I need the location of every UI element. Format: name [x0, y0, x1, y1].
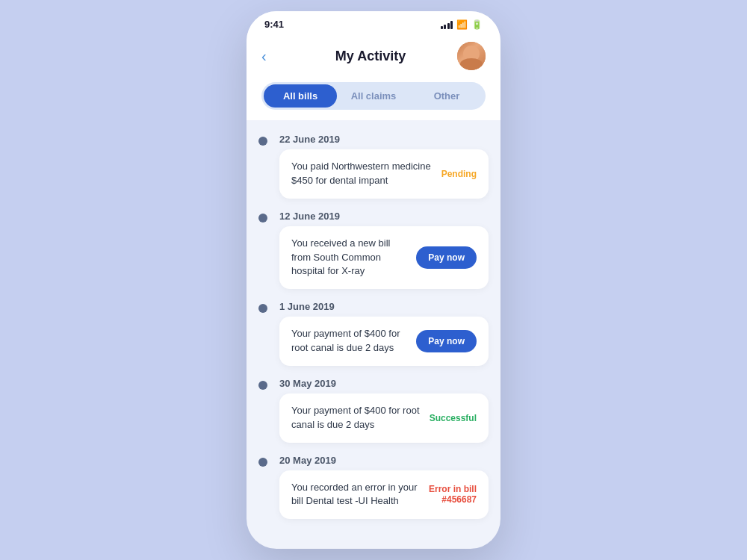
timeline-dot-3: [258, 304, 267, 313]
tabs-container: All bills All claims Other: [247, 82, 500, 120]
tab-bar: All bills All claims Other: [261, 82, 486, 110]
timeline-item-4: 30 May 2019 Your payment of $400 for roo…: [247, 372, 500, 443]
card-text-3: Your payment of $400 for root canal is d…: [291, 327, 416, 355]
timeline-item-5: 20 May 2019 You recorded an error in you…: [247, 449, 500, 520]
timeline-item-3: 1 June 2019 Your payment of $400 for roo…: [247, 295, 500, 366]
timeline-dot-2: [258, 214, 267, 223]
tab-all-bills[interactable]: All bills: [264, 84, 337, 108]
timeline-dot-5: [258, 458, 267, 467]
tab-all-claims[interactable]: All claims: [337, 84, 410, 108]
avatar[interactable]: [457, 42, 486, 70]
activity-card-1: You paid Northwestern medicine $450 for …: [279, 149, 489, 199]
signal-icon: [441, 20, 453, 29]
activity-list: 22 June 2019 You paid Northwestern medic…: [247, 120, 500, 549]
page-title: My Activity: [335, 49, 406, 64]
date-label-2: 12 June 2019: [279, 205, 500, 226]
back-button[interactable]: ‹: [261, 48, 284, 65]
badge-pending-1: Pending: [441, 169, 477, 179]
date-label-1: 22 June 2019: [279, 128, 500, 149]
card-text-2: You received a new bill from South Commo…: [291, 237, 416, 279]
status-bar: 9:41 📶 🔋: [247, 11, 500, 34]
date-label-5: 20 May 2019: [279, 449, 500, 470]
card-text-1: You paid Northwestern medicine $450 for …: [291, 160, 441, 188]
phone-frame: 9:41 📶 🔋 ‹ My Activity All bills All cl: [247, 11, 500, 549]
badge-error-1: Error in bill #456687: [429, 484, 477, 505]
tab-other[interactable]: Other: [410, 84, 483, 108]
timeline-dot-4: [258, 381, 267, 390]
battery-icon: 🔋: [471, 19, 483, 30]
date-label-3: 1 June 2019: [279, 295, 500, 317]
status-icons: 📶 🔋: [441, 19, 483, 30]
timeline-dot-1: [258, 137, 267, 146]
activity-card-4: Your payment of $400 for root canal is d…: [279, 393, 489, 443]
wifi-icon: 📶: [456, 19, 468, 30]
pay-now-button-1[interactable]: Pay now: [416, 246, 477, 269]
timeline-item-1: 22 June 2019 You paid Northwestern medic…: [247, 128, 500, 199]
timeline-item-2: 12 June 2019 You received a new bill fro…: [247, 205, 500, 290]
activity-card-2: You received a new bill from South Commo…: [279, 226, 489, 290]
card-text-5: You recorded an error in your bill Denta…: [291, 481, 429, 509]
card-text-4: Your payment of $400 for root canal is d…: [291, 404, 430, 432]
date-label-4: 30 May 2019: [279, 372, 500, 393]
header: ‹ My Activity: [247, 34, 500, 82]
activity-card-5: You recorded an error in your bill Denta…: [279, 470, 489, 520]
time-display: 9:41: [264, 19, 284, 30]
activity-card-3: Your payment of $400 for root canal is d…: [279, 317, 489, 366]
pay-now-button-2[interactable]: Pay now: [416, 330, 477, 352]
badge-success-1: Successful: [430, 413, 477, 423]
avatar-image: [457, 42, 486, 70]
